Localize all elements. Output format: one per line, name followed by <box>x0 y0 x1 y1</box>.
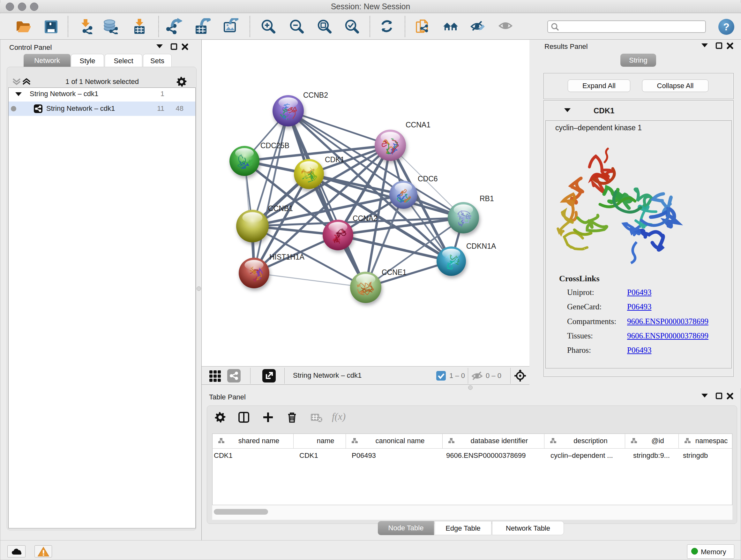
svg-text:CCNA1: CCNA1 <box>406 121 430 129</box>
svg-text:HIST1H1A: HIST1H1A <box>269 253 305 261</box>
svg-text:CDKN1A: CDKN1A <box>466 242 496 250</box>
svg-text:CCNB1: CCNB1 <box>268 204 293 212</box>
svg-text:CDC25B: CDC25B <box>260 141 289 150</box>
svg-text:CCNB2: CCNB2 <box>303 91 328 99</box>
svg-text:CDC6: CDC6 <box>418 175 438 183</box>
svg-text:CCNE1: CCNE1 <box>382 268 407 276</box>
svg-text:CCNA2: CCNA2 <box>353 214 378 223</box>
svg-text:CDK1: CDK1 <box>325 155 344 164</box>
svg-text:RB1: RB1 <box>480 194 494 203</box>
